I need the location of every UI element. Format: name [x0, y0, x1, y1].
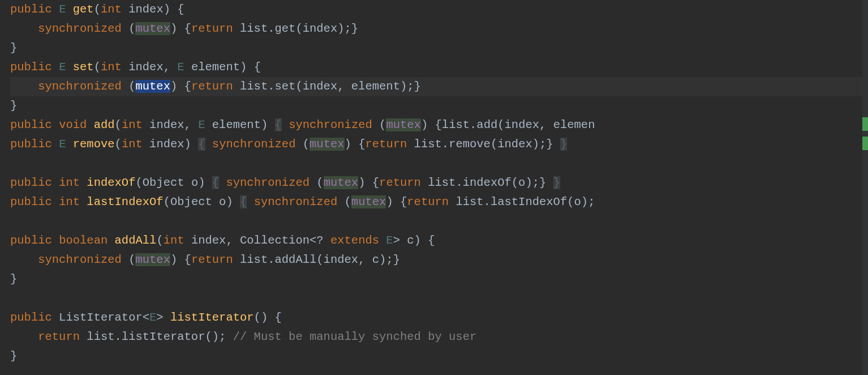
keyword-return: return	[191, 80, 233, 93]
method-name-set: set	[73, 61, 94, 74]
code-line-empty[interactable]	[10, 289, 868, 308]
keyword-public: public	[10, 138, 52, 151]
keyword-public: public	[10, 61, 52, 74]
method-name-remove: remove	[73, 138, 115, 151]
keyword-return: return	[365, 138, 407, 151]
code-line[interactable]: public E get(int index) {	[10, 0, 868, 19]
code-line[interactable]: public E set(int index, E element) {	[10, 58, 868, 77]
keyword-int: int	[101, 61, 122, 74]
code-line[interactable]: public ListIterator<E> listIterator() {	[10, 308, 868, 327]
keyword-void: void	[59, 118, 87, 131]
close-brace: }	[10, 350, 17, 363]
method-name-lastindexof: lastIndexOf	[87, 195, 163, 208]
keyword-public: public	[10, 118, 52, 131]
mutex-identifier: mutex	[135, 22, 170, 35]
method-name-listiterator: listIterator	[170, 311, 254, 324]
keyword-boolean: boolean	[59, 234, 108, 247]
mutex-identifier: mutex	[324, 176, 359, 189]
keyword-synchronized: synchronized	[212, 138, 296, 151]
keyword-synchronized: synchronized	[254, 195, 338, 208]
method-name-indexof: indexOf	[87, 176, 135, 189]
code-line[interactable]: }	[10, 39, 868, 58]
keyword-return: return	[191, 22, 233, 35]
keyword-int: int	[164, 234, 184, 247]
code-line[interactable]: public int lastIndexOf(Object o) { synch…	[10, 193, 868, 212]
keyword-synchronized: synchronized	[38, 80, 122, 93]
method-name-get: get	[73, 3, 94, 16]
close-brace: }	[10, 99, 17, 112]
keyword-synchronized: synchronized	[38, 22, 122, 35]
keyword-return: return	[407, 195, 449, 208]
fold-brace[interactable]: {	[212, 176, 219, 189]
keyword-return: return	[38, 330, 80, 343]
code-line-empty[interactable]	[10, 154, 868, 173]
keyword-synchronized: synchronized	[289, 118, 372, 131]
code-line[interactable]: synchronized (mutex) {return list.get(in…	[10, 19, 868, 39]
fold-brace[interactable]: {	[240, 195, 247, 208]
keyword-synchronized: synchronized	[38, 253, 122, 266]
fold-brace[interactable]: {	[198, 138, 205, 151]
line-comment: // Must be manually synched by user	[233, 330, 477, 343]
fold-brace[interactable]: {	[275, 118, 282, 131]
code-line-current[interactable]: synchronized (mutex) {return list.set(in…	[10, 77, 868, 96]
code-editor[interactable]: public E get(int index) { synchronized (…	[0, 0, 868, 375]
code-line[interactable]: public E remove(int index) { synchronize…	[10, 135, 868, 154]
keyword-public: public	[10, 176, 52, 189]
generic-type: E	[149, 311, 156, 324]
vcs-gutter[interactable]	[862, 0, 868, 375]
mutex-identifier: mutex	[386, 118, 421, 131]
generic-type: E	[379, 234, 393, 247]
method-name-addall: addAll	[115, 234, 157, 247]
code-line[interactable]: public boolean addAll(int index, Collect…	[10, 231, 868, 250]
fold-brace[interactable]: }	[553, 176, 560, 189]
code-line[interactable]: synchronized (mutex) {return list.addAll…	[10, 250, 868, 270]
mutex-selected: mutex	[135, 80, 170, 93]
mutex-identifier: mutex	[310, 138, 345, 151]
keyword-int: int	[101, 3, 122, 16]
keyword-int: int	[59, 176, 80, 189]
code-line[interactable]: }	[10, 96, 868, 116]
keyword-int: int	[122, 118, 143, 131]
keyword-return: return	[379, 176, 421, 189]
mutex-identifier: mutex	[351, 195, 386, 208]
keyword-synchronized: synchronized	[226, 176, 310, 189]
generic-type: E	[198, 118, 205, 131]
generic-type: E	[59, 3, 66, 16]
keyword-public: public	[10, 3, 52, 16]
generic-type: E	[59, 138, 66, 151]
keyword-int: int	[122, 138, 143, 151]
keyword-int: int	[59, 195, 80, 208]
code-line[interactable]: public void add(int index, E element) { …	[10, 116, 868, 135]
code-line[interactable]: return list.listIterator(); // Must be m…	[10, 327, 868, 347]
mutex-identifier: mutex	[135, 253, 170, 266]
keyword-public: public	[10, 234, 52, 247]
keyword-public: public	[10, 311, 52, 324]
generic-type: E	[59, 61, 66, 74]
vcs-change-marker[interactable]	[862, 137, 868, 150]
method-name-add: add	[94, 118, 115, 131]
code-line-empty[interactable]	[10, 212, 868, 231]
vcs-change-marker[interactable]	[862, 117, 868, 131]
code-line[interactable]: }	[10, 347, 868, 366]
keyword-extends: extends	[330, 234, 379, 247]
fold-brace[interactable]: }	[560, 138, 567, 151]
code-line[interactable]: public int indexOf(Object o) { synchroni…	[10, 173, 868, 193]
generic-type: E	[177, 61, 184, 74]
close-brace: }	[10, 272, 17, 285]
code-line[interactable]: }	[10, 270, 868, 289]
keyword-return: return	[191, 253, 233, 266]
keyword-public: public	[10, 195, 52, 208]
close-brace: }	[10, 41, 17, 54]
